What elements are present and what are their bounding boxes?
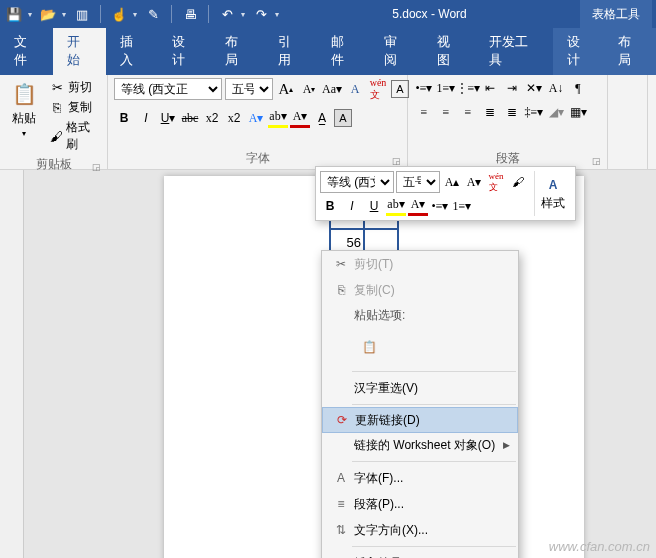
text-direction-icon: ⇅ bbox=[328, 523, 354, 537]
distribute-button[interactable]: ≣ bbox=[502, 102, 522, 122]
font-name-select[interactable]: 等线 (西文正 bbox=[114, 78, 222, 100]
highlight-button[interactable]: ab▾ bbox=[268, 108, 288, 128]
brush-icon: 🖌 bbox=[49, 128, 63, 144]
font-color-button[interactable]: A▾ bbox=[290, 108, 310, 128]
touch-icon[interactable]: ☝ bbox=[109, 4, 129, 24]
tab-insert[interactable]: 插入 bbox=[106, 28, 159, 75]
mini-format-painter[interactable]: 🖌 bbox=[508, 172, 528, 192]
para-dialog-launcher[interactable]: ◲ bbox=[592, 156, 601, 166]
cut-button[interactable]: ✂剪切 bbox=[46, 78, 101, 97]
mini-fontcolor[interactable]: A▾ bbox=[408, 196, 428, 216]
bullets-button[interactable]: •≡▾ bbox=[414, 78, 434, 98]
redo-icon[interactable]: ↷ bbox=[251, 4, 271, 24]
group-clipboard-label: 剪贴板 bbox=[36, 157, 72, 171]
clipboard-icon: 📋 bbox=[8, 80, 40, 108]
ctx-copy: ⎘复制(C) bbox=[322, 277, 518, 303]
asian-indent-button[interactable]: ✕▾ bbox=[524, 78, 544, 98]
paste-label: 粘贴 bbox=[12, 110, 36, 127]
justify-button[interactable]: ≣ bbox=[480, 102, 500, 122]
numbering-button[interactable]: 1≡▾ bbox=[436, 78, 456, 98]
char-shading-button[interactable]: A bbox=[334, 109, 352, 127]
superscript-button[interactable]: x2 bbox=[224, 108, 244, 128]
mini-size-select[interactable]: 五号 bbox=[396, 171, 440, 193]
change-case-button[interactable]: Aa▾ bbox=[322, 79, 342, 99]
tab-table-layout[interactable]: 布局 bbox=[604, 28, 656, 75]
watermark: www.cfan.com.cn bbox=[549, 539, 650, 554]
ctx-paste-option[interactable]: 📋 bbox=[354, 332, 384, 362]
mini-bold[interactable]: B bbox=[320, 196, 340, 216]
multilevel-button[interactable]: ⋮≡▾ bbox=[458, 78, 478, 98]
font-dialog-launcher[interactable]: ◲ bbox=[392, 156, 401, 166]
tab-table-design[interactable]: 设计 bbox=[553, 28, 605, 75]
mini-highlight[interactable]: ab▾ bbox=[386, 196, 406, 216]
tab-design[interactable]: 设计 bbox=[158, 28, 211, 75]
ctx-font[interactable]: A字体(F)... bbox=[322, 465, 518, 491]
tab-mailings[interactable]: 邮件 bbox=[317, 28, 370, 75]
line-spacing-button[interactable]: ‡≡▾ bbox=[524, 102, 544, 122]
phonetic-button[interactable]: A bbox=[345, 79, 365, 99]
ctx-insert-symbol[interactable]: 插入符号(S) bbox=[322, 550, 518, 558]
underline-button[interactable]: U▾ bbox=[158, 108, 178, 128]
mini-pinyin[interactable]: wén文 bbox=[486, 172, 506, 192]
enclose-button[interactable]: A̲ bbox=[312, 108, 332, 128]
grow-font-button[interactable]: A▴ bbox=[276, 79, 296, 99]
tab-developer[interactable]: 开发工具 bbox=[475, 28, 553, 75]
qat-more[interactable]: ▾ bbox=[275, 10, 279, 19]
indent-dec-button[interactable]: ⇤ bbox=[480, 78, 500, 98]
refresh-icon: ⟳ bbox=[329, 413, 355, 427]
open-icon[interactable]: 📂 bbox=[38, 4, 58, 24]
ctx-paragraph[interactable]: ≡段落(P)... bbox=[322, 491, 518, 517]
align-left-button[interactable]: ≡ bbox=[414, 102, 434, 122]
mini-numbering[interactable]: 1≡▾ bbox=[452, 196, 472, 216]
sort-button[interactable]: A↓ bbox=[546, 78, 566, 98]
group-font-label: 字体 bbox=[246, 151, 270, 165]
print-icon[interactable]: 🖶 bbox=[180, 4, 200, 24]
bold-button[interactable]: B bbox=[114, 108, 134, 128]
new-icon[interactable]: ▥ bbox=[72, 4, 92, 24]
draw-icon[interactable]: ✎ bbox=[143, 4, 163, 24]
tab-references[interactable]: 引用 bbox=[264, 28, 317, 75]
tab-view[interactable]: 视图 bbox=[423, 28, 476, 75]
shading-button[interactable]: ◢▾ bbox=[546, 102, 566, 122]
font-icon: A bbox=[328, 471, 354, 485]
tab-layout[interactable]: 布局 bbox=[211, 28, 264, 75]
mini-underline[interactable]: U bbox=[364, 196, 384, 216]
indent-inc-button[interactable]: ⇥ bbox=[502, 78, 522, 98]
submenu-arrow-icon: ▶ bbox=[503, 440, 510, 450]
mini-italic[interactable]: I bbox=[342, 196, 362, 216]
copy-icon: ⎘ bbox=[49, 100, 65, 116]
context-menu: ✂剪切(T) ⎘复制(C) 粘贴选项: 📋 汉字重选(V) ⟳更新链接(D) 链… bbox=[321, 250, 519, 558]
show-marks-button[interactable]: ¶ bbox=[568, 78, 588, 98]
text-effects-button[interactable]: A▾ bbox=[246, 108, 266, 128]
undo-icon[interactable]: ↶ bbox=[217, 4, 237, 24]
align-center-button[interactable]: ≡ bbox=[436, 102, 456, 122]
tab-file[interactable]: 文件 bbox=[0, 28, 53, 75]
strike-button[interactable]: abc bbox=[180, 108, 200, 128]
ctx-linked-object[interactable]: 链接的 Worksheet 对象(O)▶ bbox=[322, 432, 518, 458]
paste-button[interactable]: 📋 粘贴 ▾ bbox=[6, 78, 42, 140]
copy-button[interactable]: ⎘复制 bbox=[46, 98, 101, 117]
mini-grow-font[interactable]: A▴ bbox=[442, 172, 462, 192]
ctx-reconvert[interactable]: 汉字重选(V) bbox=[322, 375, 518, 401]
mini-styles-button[interactable]: A 样式 bbox=[534, 171, 571, 216]
mini-shrink-font[interactable]: A▾ bbox=[464, 172, 484, 192]
subscript-button[interactable]: x2 bbox=[202, 108, 222, 128]
save-icon[interactable]: 💾 bbox=[4, 4, 24, 24]
align-right-button[interactable]: ≡ bbox=[458, 102, 478, 122]
font-size-select[interactable]: 五号 bbox=[225, 78, 273, 100]
char-border-button[interactable]: A bbox=[391, 80, 409, 98]
tab-home[interactable]: 开始 bbox=[53, 28, 106, 75]
format-painter-button[interactable]: 🖌格式刷 bbox=[46, 118, 101, 154]
mini-font-select[interactable]: 等线 (西文 bbox=[320, 171, 394, 193]
pinyin-button[interactable]: wén文 bbox=[368, 79, 388, 99]
shrink-font-button[interactable]: A▾ bbox=[299, 79, 319, 99]
ctx-text-direction[interactable]: ⇅文字方向(X)... bbox=[322, 517, 518, 543]
paragraph-icon: ≡ bbox=[328, 497, 354, 511]
scissors-icon: ✂ bbox=[328, 257, 354, 271]
italic-button[interactable]: I bbox=[136, 108, 156, 128]
borders-button[interactable]: ▦▾ bbox=[568, 102, 588, 122]
mini-toolbar: 等线 (西文 五号 A▴ A▾ wén文 🖌 B I U ab▾ A▾ •≡▾ … bbox=[315, 166, 576, 221]
tab-review[interactable]: 审阅 bbox=[370, 28, 423, 75]
mini-bullets[interactable]: •≡▾ bbox=[430, 196, 450, 216]
ctx-update-link[interactable]: ⟳更新链接(D) bbox=[322, 407, 518, 433]
